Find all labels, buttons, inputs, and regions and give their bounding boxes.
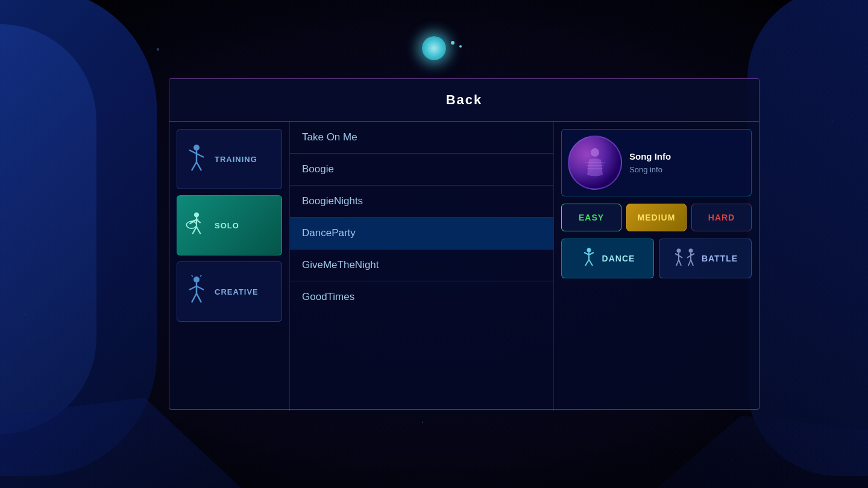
- battle-label: BATTLE: [702, 254, 738, 263]
- bg-dot: [157, 48, 159, 51]
- song-title-boogie-nights: BoogieNights: [302, 195, 363, 207]
- song-artwork: [568, 136, 622, 190]
- svg-point-0: [193, 145, 200, 151]
- dance-label: DANCE: [602, 254, 635, 263]
- svg-point-23: [591, 148, 599, 157]
- svg-line-17: [190, 275, 193, 277]
- mode-training[interactable]: TRAINING: [177, 129, 282, 189]
- svg-line-16: [200, 275, 203, 277]
- svg-point-14: [193, 277, 200, 283]
- svg-line-13: [197, 227, 201, 234]
- song-title-boogie: Boogie: [302, 163, 334, 175]
- svg-line-5: [197, 162, 201, 170]
- training-icon-area: [184, 144, 209, 174]
- svg-line-29: [584, 252, 589, 255]
- svg-line-2: [189, 150, 197, 154]
- solo-icon: [184, 209, 209, 242]
- song-title-good-times: GoodTimes: [302, 291, 354, 302]
- svg-line-4: [192, 162, 197, 170]
- left-arch-inner: [0, 24, 96, 434]
- svg-line-20: [197, 286, 204, 290]
- orb-dot-2: [459, 45, 462, 48]
- mode-solo[interactable]: SOLO: [177, 195, 282, 255]
- main-panel: Back TRAINING: [169, 78, 760, 410]
- song-item-give-me-the-night[interactable]: GiveMeTheNight: [290, 249, 553, 281]
- svg-line-31: [585, 260, 589, 266]
- training-label: TRAINING: [215, 155, 257, 164]
- bg-dot: [422, 422, 423, 423]
- song-item-good-times[interactable]: GoodTimes: [290, 281, 553, 311]
- song-info-title: Song Info: [629, 151, 745, 161]
- difficulty-medium[interactable]: MEDIUM: [626, 204, 687, 231]
- dance-icon: [580, 248, 597, 269]
- creative-icon-area: [184, 277, 209, 307]
- creative-icon: [186, 275, 207, 308]
- svg-line-19: [189, 286, 197, 290]
- play-mode-battle[interactable]: BATTLE: [659, 239, 752, 278]
- play-mode-row: DANCE: [561, 239, 752, 278]
- svg-point-6: [194, 212, 199, 217]
- right-arch: [747, 0, 868, 476]
- svg-point-39: [688, 249, 693, 253]
- training-icon: [186, 144, 207, 174]
- song-title-give-me-the-night: GiveMeTheNight: [302, 259, 379, 271]
- song-info-text: Song Info Song info: [629, 151, 745, 174]
- svg-line-44: [691, 260, 693, 266]
- svg-point-27: [587, 248, 591, 252]
- solo-icon-area: [184, 210, 209, 240]
- mode-creative[interactable]: CREATIVE: [177, 261, 282, 322]
- song-title-take-on-me: Take On Me: [302, 131, 357, 143]
- svg-line-32: [589, 260, 593, 266]
- svg-point-33: [676, 249, 681, 253]
- svg-line-37: [676, 260, 679, 266]
- difficulty-hard[interactable]: HARD: [691, 204, 752, 231]
- creative-label: CREATIVE: [215, 287, 259, 296]
- song-title-dance-party: DanceParty: [302, 227, 356, 239]
- song-list: Take On Me Boogie BoogieNights DancePart…: [290, 122, 554, 411]
- battle-icon: [673, 248, 697, 269]
- song-item-dance-party[interactable]: DanceParty: [290, 217, 553, 249]
- svg-line-38: [679, 260, 681, 266]
- difficulty-row: EASY MEDIUM HARD: [561, 204, 752, 231]
- svg-line-22: [197, 293, 201, 302]
- content-row: TRAINING: [169, 122, 759, 411]
- svg-line-43: [688, 260, 691, 266]
- svg-line-21: [192, 293, 197, 302]
- song-item-boogie[interactable]: Boogie: [290, 154, 553, 186]
- mode-sidebar: TRAINING: [169, 122, 290, 411]
- back-button-label: Back: [446, 92, 483, 107]
- song-info-card: Song Info Song info: [561, 129, 752, 196]
- song-info-subtitle: Song info: [629, 165, 745, 174]
- artwork-figure-icon: [580, 148, 610, 184]
- right-panel: Song Info Song info EASY MEDIUM HARD: [554, 122, 759, 411]
- song-item-take-on-me[interactable]: Take On Me: [290, 122, 553, 154]
- svg-line-3: [197, 154, 204, 157]
- svg-line-30: [589, 252, 594, 255]
- solo-label: SOLO: [215, 221, 239, 230]
- difficulty-easy[interactable]: EASY: [561, 204, 621, 231]
- floating-orb: [422, 36, 446, 60]
- song-item-boogie-nights[interactable]: BoogieNights: [290, 186, 553, 217]
- orb-dot-1: [451, 41, 454, 45]
- play-mode-dance[interactable]: DANCE: [561, 239, 654, 278]
- back-button[interactable]: Back: [169, 79, 759, 122]
